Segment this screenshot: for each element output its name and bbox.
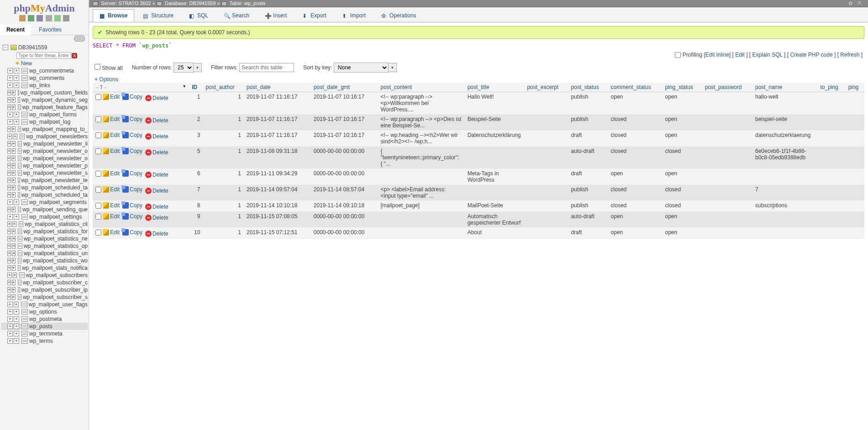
clear-filter-icon[interactable]: X xyxy=(72,53,77,58)
refresh-link[interactable]: Refresh xyxy=(840,52,859,58)
expand-icon[interactable]: + xyxy=(12,243,16,249)
tree-table-item[interactable]: ++wp_mailpoet_segments xyxy=(1,199,88,206)
copy-button[interactable]: Copy xyxy=(122,132,142,138)
copy-button[interactable]: Copy xyxy=(122,170,142,177)
tree-table-item[interactable]: ++wp_mailpoet_log xyxy=(1,118,88,126)
expand-icon[interactable]: + xyxy=(7,338,13,344)
edit-button[interactable]: Edit xyxy=(103,202,120,209)
expand-icon[interactable]: + xyxy=(14,83,19,88)
row-checkbox[interactable] xyxy=(95,148,101,154)
show-all-checkbox[interactable] xyxy=(95,64,100,70)
expand-icon[interactable]: + xyxy=(7,331,13,336)
edit-button[interactable]: Edit xyxy=(103,186,120,193)
copy-button[interactable]: Copy xyxy=(122,213,142,220)
expand-icon[interactable]: + xyxy=(7,294,11,300)
page-expand-icon[interactable]: ⇱ xyxy=(858,0,864,6)
breadcrumb-server[interactable]: STRATO 3602 xyxy=(119,0,151,6)
filter-rows-input[interactable] xyxy=(239,63,294,72)
tab-insert[interactable]: ➕Insert xyxy=(258,9,294,22)
expand-icon[interactable]: + xyxy=(7,265,11,271)
tab-browse[interactable]: ▦Browse xyxy=(93,9,134,22)
profiling-label[interactable]: Profiling xyxy=(683,52,702,58)
docs-icon[interactable] xyxy=(37,15,43,21)
tree-table-item[interactable]: ++wp_mailpoet_statistics_op xyxy=(1,242,88,250)
breadcrumb-database[interactable]: DB3941559 xyxy=(189,0,216,6)
tree-table-item[interactable]: ++wp_mailpoet_newsletter_o xyxy=(1,147,88,155)
column-header-post_password[interactable]: post_password xyxy=(702,83,752,92)
expand-icon[interactable]: + xyxy=(12,148,16,154)
expand-icon[interactable]: + xyxy=(12,258,16,263)
expand-icon[interactable]: + xyxy=(14,316,19,322)
expand-icon[interactable]: + xyxy=(7,105,11,110)
explain-sql-link[interactable]: Explain SQL xyxy=(752,52,783,58)
expand-icon[interactable]: + xyxy=(7,148,11,154)
delete-button[interactable]: Delete xyxy=(145,117,168,124)
tree-table-item[interactable]: ++wp_links xyxy=(1,82,88,89)
edit-button[interactable]: Edit xyxy=(103,213,120,220)
tree-table-item[interactable]: ++wp_mailpoet_newsletter_o xyxy=(1,155,88,162)
delete-button[interactable]: Delete xyxy=(145,215,168,221)
expand-icon[interactable]: + xyxy=(12,229,16,234)
edit-button[interactable]: Edit xyxy=(103,229,120,236)
breadcrumb-table[interactable]: wp_posts xyxy=(244,0,265,6)
tree-table-item[interactable]: ++wp_mailpoet_statistics_cli xyxy=(1,220,88,228)
expand-icon[interactable]: + xyxy=(7,83,13,88)
column-header-ping[interactable]: ping xyxy=(846,83,864,92)
tree-table-item[interactable]: ++wp_mailpoet_newsletter_li xyxy=(1,140,88,147)
column-header-post_author[interactable]: post_author xyxy=(203,83,244,92)
tree-table-item[interactable]: ++wp_mailpoet_settings xyxy=(1,213,88,220)
tree-filter-input[interactable] xyxy=(16,52,71,59)
tab-search[interactable]: 🔍Search xyxy=(217,9,256,22)
page-settings-icon[interactable]: ✿ xyxy=(848,0,855,6)
tab-import[interactable]: ⬆Import xyxy=(335,9,373,22)
edit-link[interactable]: Edit xyxy=(735,52,745,58)
column-header-post_date_gmt[interactable]: post_date_gmt xyxy=(311,83,378,92)
expand-icon[interactable]: + xyxy=(7,126,11,132)
delete-button[interactable]: Delete xyxy=(145,95,168,101)
expand-icon[interactable]: + xyxy=(12,178,16,183)
show-all-control[interactable]: Show all xyxy=(95,64,123,71)
tree-table-item[interactable]: ++wp_mailpoet_newsletters xyxy=(1,133,88,140)
tree-table-item[interactable]: ++wp_mailpoet_newsletter_p xyxy=(1,162,88,169)
tree-table-item[interactable]: ++wp_mailpoet_statistics_wo xyxy=(1,257,88,264)
tree-table-item[interactable]: ++wp_mailpoet_stats_notifica xyxy=(1,264,88,272)
expand-icon[interactable]: + xyxy=(7,134,12,139)
edit-button[interactable]: Edit xyxy=(103,170,120,177)
tree-db-root[interactable]: − DB3941559 xyxy=(1,44,88,51)
expand-icon[interactable]: + xyxy=(7,236,11,241)
tree-table-item[interactable]: ++wp_mailpoet_subscribers xyxy=(1,272,88,279)
expand-icon[interactable]: + xyxy=(12,294,16,300)
expand-icon[interactable]: + xyxy=(7,243,11,249)
tree-table-item[interactable]: ++wp_mailpoet_scheduled_ta xyxy=(1,191,88,199)
expand-icon[interactable]: + xyxy=(7,75,13,81)
tree-table-item[interactable]: ++wp_posts xyxy=(1,323,88,330)
create-php-link[interactable]: Create PHP code xyxy=(790,52,832,58)
row-checkbox[interactable] xyxy=(95,187,101,193)
expand-icon[interactable]: + xyxy=(7,185,11,190)
expand-icon[interactable]: + xyxy=(7,273,12,278)
expand-icon[interactable]: + xyxy=(13,134,17,139)
copy-button[interactable]: Copy xyxy=(122,186,142,193)
tree-table-item[interactable]: ++wp_mailpoet_forms xyxy=(1,111,88,118)
tree-table-item[interactable]: ++wp_mailpoet_statistics_ne xyxy=(1,235,88,242)
expand-icon[interactable]: + xyxy=(12,221,16,227)
edit-button[interactable]: Edit xyxy=(103,132,120,138)
expand-icon[interactable]: + xyxy=(14,309,19,315)
tab-operations[interactable]: ⚙Operations xyxy=(374,9,423,22)
expand-icon[interactable]: + xyxy=(12,163,16,168)
expand-icon[interactable]: + xyxy=(14,338,19,344)
column-header-post_date[interactable]: post_date xyxy=(244,83,311,92)
tree-table-item[interactable]: ++wp_mailpoet_subscriber_ip xyxy=(1,286,88,294)
expand-icon[interactable]: + xyxy=(14,75,19,81)
expand-icon[interactable]: + xyxy=(7,112,13,117)
delete-button[interactable]: Delete xyxy=(145,149,168,156)
settings-icon[interactable] xyxy=(46,15,52,21)
row-checkbox[interactable] xyxy=(95,94,101,100)
row-checkbox[interactable] xyxy=(95,132,101,138)
edit-button[interactable]: Edit xyxy=(103,148,120,154)
column-header-to_ping[interactable]: to_ping xyxy=(818,83,846,92)
expand-icon[interactable]: + xyxy=(7,97,11,103)
expand-icon[interactable]: + xyxy=(7,316,13,322)
expand-icon[interactable]: + xyxy=(7,207,11,212)
tab-sql[interactable]: ◧SQL xyxy=(182,9,215,22)
